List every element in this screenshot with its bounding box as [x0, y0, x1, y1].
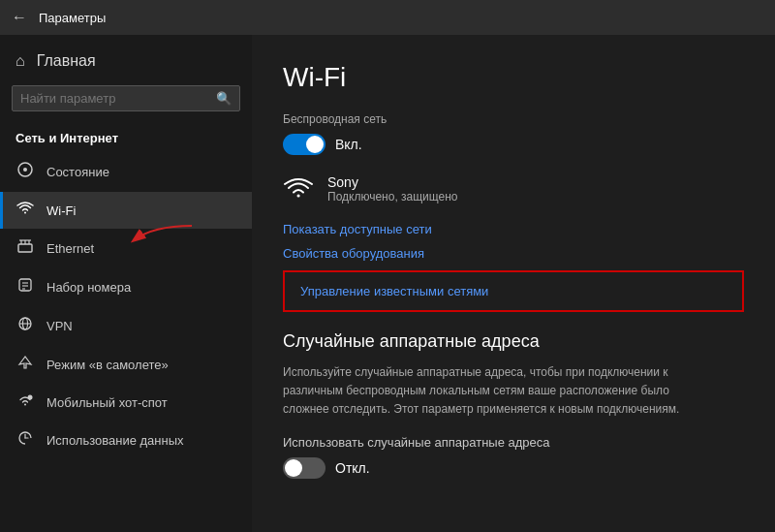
home-icon: ⌂ [16, 52, 25, 70]
svg-rect-2 [18, 244, 32, 252]
ethernet-icon [16, 238, 35, 258]
sidebar-dialup-label: Набор номера [46, 280, 131, 295]
random-toggle-state-label: Откл. [335, 460, 370, 476]
svg-point-1 [23, 168, 27, 172]
wireless-toggle-label: Вкл. [335, 137, 362, 152]
sidebar-item-hotspot[interactable]: Мобильный хот-спот [0, 384, 252, 421]
network-status: Подключено, защищено [327, 190, 458, 203]
page-title: Wi-Fi [283, 62, 744, 93]
random-toggle[interactable] [283, 457, 326, 479]
manage-networks-box[interactable]: Управление известными сетями [283, 270, 744, 312]
sidebar-wifi-label: Wi-Fi [46, 203, 76, 218]
sidebar: ⌂ Главная 🔍 Сеть и Интернет Состояние [0, 35, 252, 532]
sidebar-item-vpn[interactable]: VPN [0, 306, 252, 345]
datausage-icon [16, 430, 35, 450]
hardware-props-link[interactable]: Свойства оборудования [283, 246, 744, 261]
wireless-toggle-row: Вкл. [283, 134, 744, 155]
svg-point-14 [28, 395, 33, 400]
hotspot-icon [16, 393, 35, 411]
titlebar-title: Параметры [39, 11, 106, 25]
wireless-toggle[interactable] [283, 134, 326, 155]
connected-wifi-icon [283, 176, 314, 208]
sidebar-datausage-label: Использование данных [46, 433, 184, 448]
content-area: Wi-Fi Беспроводная сеть Вкл. Sony Подклю… [252, 35, 775, 532]
sidebar-item-dialup[interactable]: Набор номера [0, 267, 252, 306]
connected-network-info: Sony Подключено, защищено [327, 174, 458, 203]
sidebar-item-status[interactable]: Состояние [0, 151, 252, 192]
sidebar-home[interactable]: ⌂ Главная [0, 43, 252, 79]
sidebar-home-label: Главная [37, 52, 96, 70]
connected-network-row: Sony Подключено, защищено [283, 174, 744, 208]
titlebar: ← Параметры [0, 0, 775, 35]
sidebar-item-ethernet[interactable]: Ethernet [0, 229, 252, 267]
airplane-icon [16, 355, 35, 374]
sidebar-ethernet-label: Ethernet [46, 241, 94, 256]
search-input[interactable] [20, 91, 216, 106]
back-button[interactable]: ← [12, 9, 27, 26]
wireless-section-label: Беспроводная сеть [283, 112, 744, 126]
random-description: Используйте случайные аппаратные адреса,… [283, 363, 709, 420]
main-layout: ⌂ Главная 🔍 Сеть и Интернет Состояние [0, 35, 775, 532]
sidebar-status-label: Состояние [46, 165, 109, 179]
random-toggle-row: Откл. [283, 457, 744, 479]
random-toggle-label-text: Использовать случайные аппаратные адреса [283, 435, 744, 450]
vpn-icon [16, 316, 35, 335]
dialup-icon [16, 277, 35, 297]
network-name: Sony [327, 174, 458, 190]
sidebar-hotspot-label: Мобильный хот-спот [46, 395, 168, 410]
sidebar-airplane-label: Режим «в самолете» [46, 358, 169, 372]
sidebar-item-datausage[interactable]: Использование данных [0, 421, 252, 459]
search-icon: 🔍 [216, 91, 232, 106]
show-networks-link[interactable]: Показать доступные сети [283, 222, 744, 236]
wifi-icon [16, 202, 35, 219]
sidebar-item-wifi[interactable]: Wi-Fi [0, 192, 252, 229]
sidebar-vpn-label: VPN [46, 319, 73, 333]
sidebar-search-container: 🔍 [12, 85, 240, 111]
random-section-title: Случайные аппаратные адреса [283, 331, 744, 352]
sidebar-item-airplane[interactable]: Режим «в самолете» [0, 345, 252, 384]
sidebar-section-title: Сеть и Интернет [0, 123, 252, 151]
status-icon [16, 161, 35, 182]
